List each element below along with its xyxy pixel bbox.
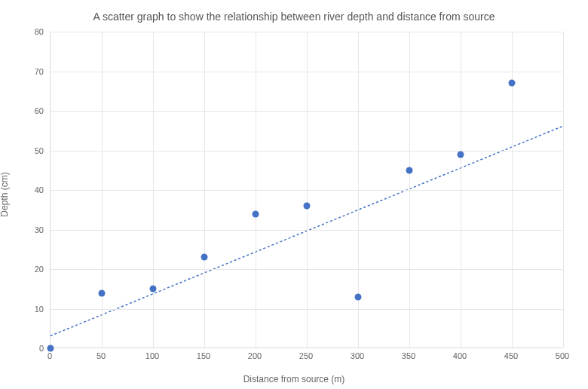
y-tick-label: 40 (0, 185, 44, 194)
y-tick-label: 80 (0, 27, 44, 36)
x-tick-label: 0 (47, 351, 52, 360)
data-point (99, 289, 106, 296)
chart-title: A scatter graph to show the relationship… (0, 11, 588, 23)
x-tick-label: 350 (402, 351, 415, 360)
x-tick-label: 500 (556, 351, 569, 360)
x-tick-label: 250 (299, 351, 313, 360)
x-tick-label: 200 (248, 351, 262, 360)
y-axis-label: Depth (cm) (0, 172, 10, 216)
y-tick-label: 0 (0, 344, 44, 353)
y-tick-label: 30 (0, 225, 44, 234)
y-tick-label: 10 (0, 305, 44, 314)
x-tick-label: 100 (145, 351, 159, 360)
y-gridline (51, 190, 562, 191)
y-tick-label: 50 (0, 146, 44, 155)
x-tick-label: 150 (197, 351, 210, 360)
y-gridline (51, 151, 562, 152)
y-tick-label: 20 (0, 265, 44, 274)
data-point (509, 80, 516, 87)
y-gridline (51, 32, 562, 32)
data-point (458, 151, 464, 158)
data-point (253, 210, 259, 217)
x-tick-label: 50 (96, 351, 106, 360)
y-tick-label: 60 (0, 106, 44, 115)
data-point (355, 293, 362, 300)
x-gridline (563, 32, 564, 348)
data-point (201, 254, 208, 261)
x-axis-label: Distance from source (m) (0, 374, 588, 384)
y-gridline (51, 111, 562, 112)
x-tick-label: 450 (504, 351, 518, 360)
scatter-chart: A scatter graph to show the relationship… (0, 0, 588, 389)
plot-area (50, 32, 562, 348)
y-gridline (51, 309, 562, 310)
data-point (304, 203, 311, 210)
y-gridline (51, 269, 562, 270)
x-tick-label: 300 (351, 351, 364, 360)
y-gridline (51, 230, 562, 231)
y-tick-label: 70 (0, 67, 44, 76)
data-point (150, 286, 157, 293)
data-point (406, 167, 413, 173)
x-tick-label: 400 (453, 351, 467, 360)
y-gridline (51, 72, 562, 72)
